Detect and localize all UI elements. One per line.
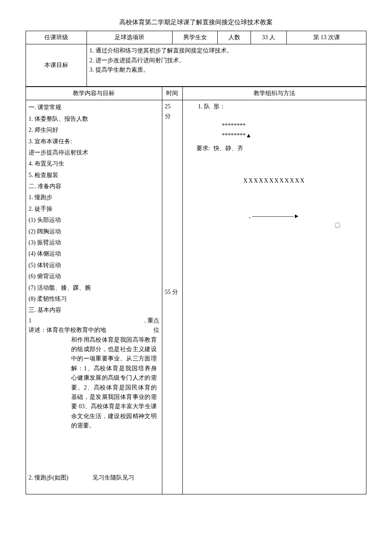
lesson-table: 任课班级 足球选项班 男学生女 人数 33 人 第 13 次课 本课目标 1. …: [26, 31, 366, 87]
count-label: 人数: [218, 31, 251, 44]
jog-item: 2. 慢跑步(如图): [29, 473, 92, 482]
col-org: 教学组织与方法: [182, 87, 366, 100]
formation-number: 1. 队: [183, 100, 212, 142]
objective-item: 2. 进一步改进提高行进间射门技术。: [89, 56, 363, 65]
objective-item: 3. 提高学生耐力素质。: [89, 65, 363, 75]
page-title: 高校体育第二学期足球课了解直接间接定位球技术教案: [26, 17, 366, 27]
formation-text: 形：: [213, 102, 364, 111]
list-item: 1. 慢跑步: [29, 192, 159, 203]
exercise-item: (7) 活动髓、膝、踝、腕: [29, 282, 159, 293]
objective-item: 1. 通过介绍和练习使其初步了解直接间接定位球技术。: [89, 46, 363, 55]
section-heading: 一. 课堂常规: [29, 102, 159, 113]
list-subitem: 进一步提高停运射技术: [29, 147, 159, 158]
exercise-item: (6) 俯背运动: [29, 271, 159, 282]
item-number: 1: [29, 316, 32, 325]
col-time: 时间: [162, 87, 182, 100]
student-type: 男学生女: [172, 31, 217, 44]
content-table: 教学内容与目标 时间 教学组织与方法 一. 课堂常规 1. 体委整队、报告人数 …: [26, 87, 366, 494]
col-content: 教学内容与目标: [26, 87, 162, 100]
requirement-label: 要求:: [183, 142, 212, 155]
list-item: 2. 师生问好: [29, 125, 159, 136]
lesson-number: 第 13 次课: [287, 31, 366, 44]
count-value: 33 人: [251, 31, 287, 44]
exercise-item: (8) 柔韧性练习: [29, 293, 159, 305]
section-heading: 三. 基本内容: [29, 305, 159, 316]
list-item: 4. 布置见习生: [29, 158, 159, 169]
time-unit: 分: [165, 112, 180, 121]
lecture-line-suffix: 位: [153, 325, 159, 335]
list-item: 5. 检查服装: [29, 170, 159, 181]
objectives-cell: 1. 通过介绍和练习使其初步了解直接间接定位球技术。 2. 进一步改进提高行进间…: [86, 44, 366, 87]
requirement-text: 快、静、齐: [212, 142, 366, 155]
teaching-content: 一. 课堂常规 1. 体委整队、报告人数 2. 师生问好 3. 宣布本课任务: …: [26, 100, 162, 494]
exercise-item: (4) 体侧运动: [29, 248, 159, 259]
list-item: 3. 宣布本课任务:: [29, 136, 159, 147]
list-item: 2. 徒手操: [29, 203, 159, 215]
time-value: 25: [165, 102, 180, 111]
jog-note: 见习生随队见习: [92, 473, 134, 482]
exercise-item: (3) 振臂运动: [29, 237, 159, 248]
lecture-description: 和作用高校体育是我国高等教育的组成部分，也是社会主义建设中的一项重要事业。从三方…: [29, 335, 159, 431]
class-label: 任课班级: [26, 31, 87, 44]
exercise-item: (1) 头部运动: [29, 215, 159, 226]
organization-cell: 1. 队 形： ******** ********▲ 要求: 快、静、齐 XXX…: [182, 100, 366, 494]
exercise-item: (5) 体转运动: [29, 260, 159, 271]
circle-marker: 〇: [183, 221, 366, 230]
x-formation: XXXXXXXXXXXX: [183, 176, 366, 186]
time-value-2: 55 分: [165, 288, 180, 297]
time-cell: 25 分 55 分: [162, 100, 182, 494]
formation-stars-triangle: ********▲: [222, 131, 364, 140]
class-value: 足球选项班: [86, 31, 172, 44]
exercise-item: (2) 阔胸运动: [29, 226, 159, 237]
list-item: 1. 体委整队、报告人数: [29, 113, 159, 125]
lecture-line: 讲述：体育在学校教育中的地: [29, 325, 106, 335]
dash-arrow: ---------------------►: [252, 213, 300, 219]
objectives-label: 本课目标: [26, 44, 87, 87]
formation-stars: ********: [222, 121, 364, 131]
section-heading: 二. 准备内容: [29, 181, 159, 192]
item-suffix: . 重点: [144, 316, 159, 325]
